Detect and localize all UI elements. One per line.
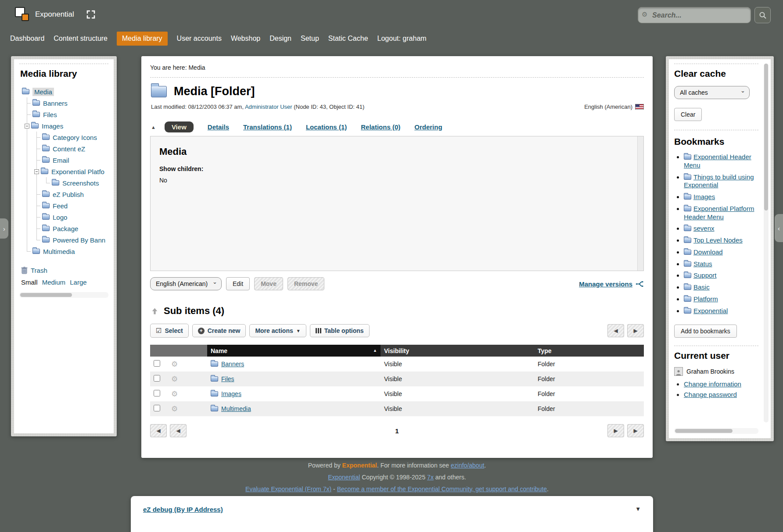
collapse-up-arrow-icon[interactable] <box>151 307 158 315</box>
tab-ordering[interactable]: Ordering <box>414 123 442 131</box>
tree-item-banners[interactable]: Banners <box>19 97 108 109</box>
bookmark-link[interactable]: Things to build using Exponential <box>684 173 754 189</box>
nav-setup[interactable]: Setup <box>301 35 319 43</box>
tab-details[interactable]: Details <box>208 123 229 131</box>
tree-item-powered-by-banner[interactable]: Powered By Bann <box>19 234 108 246</box>
tree-item-label[interactable]: Powered By Bann <box>53 236 105 244</box>
bookmark-link[interactable]: Basic <box>693 283 710 291</box>
tree-item-label[interactable]: Content eZ <box>53 145 85 153</box>
size-medium-link[interactable]: Medium <box>42 278 65 286</box>
fullscreen-icon[interactable] <box>86 9 96 20</box>
app-logo[interactable] <box>15 7 30 22</box>
tree-item-ez-publish[interactable]: eZ Publish <box>19 189 108 200</box>
row-name-link[interactable]: Banners <box>221 361 244 368</box>
tab-relations[interactable]: Relations (0) <box>361 123 400 131</box>
bookmark-link[interactable]: sevenx <box>693 225 715 232</box>
row-checkbox[interactable] <box>154 375 160 382</box>
tree-item-multimedia[interactable]: Multimedia <box>19 246 108 257</box>
select-button[interactable]: ☑ Select <box>150 324 189 338</box>
tree-item-feed[interactable]: Feed <box>19 200 108 211</box>
more-actions-button[interactable]: More actions ▼ <box>249 324 306 337</box>
manage-versions-link[interactable]: Manage versions <box>579 280 644 288</box>
modifier-user-link[interactable]: Administrator User <box>245 104 292 110</box>
change-information-link[interactable]: Change information <box>684 380 741 388</box>
row-name-link[interactable]: Multimedia <box>221 405 251 412</box>
tree-item-label[interactable]: Files <box>43 111 57 118</box>
search-button[interactable] <box>754 7 771 23</box>
debug-collapse-icon[interactable]: ▼ <box>635 506 641 512</box>
bookmark-link[interactable]: Download <box>693 248 723 256</box>
scrollbar-thumb[interactable] <box>20 293 72 297</box>
tree-item-label[interactable]: Email <box>53 157 69 164</box>
tab-view[interactable]: View <box>165 121 194 132</box>
right-panel-toggle-handle[interactable]: ‹ <box>775 214 783 242</box>
ez-debug-link[interactable]: eZ debug (By IP Address) <box>143 506 223 513</box>
column-header-name[interactable]: Name ▲ <box>207 345 381 357</box>
subitems-next-page-button[interactable]: ▶ <box>627 324 644 337</box>
row-name-link[interactable]: Images <box>221 390 241 397</box>
bookmark-link[interactable]: Support <box>693 271 717 279</box>
nav-static-cache[interactable]: Static Cache <box>328 35 368 43</box>
scrollbar-thumb[interactable] <box>675 429 733 433</box>
view-box-scrollbar[interactable] <box>637 136 643 271</box>
sort-ascending-icon[interactable]: ▲ <box>373 348 377 353</box>
tree-item-label[interactable]: Multimedia <box>43 248 75 255</box>
right-vertical-scrollbar[interactable] <box>764 64 769 422</box>
clear-cache-button[interactable]: Clear <box>674 108 702 121</box>
tree-item-email[interactable]: Email <box>19 154 108 166</box>
exponential-link[interactable]: Exponential <box>328 474 360 481</box>
nav-design[interactable]: Design <box>269 35 291 43</box>
collapse-expander-icon[interactable] <box>25 124 29 129</box>
row-gear-icon[interactable]: ⚙ <box>171 405 178 413</box>
tree-item-label[interactable]: Category Icons <box>53 134 97 141</box>
column-header-visibility[interactable]: Visibility <box>381 345 534 357</box>
add-to-bookmarks-button[interactable]: Add to bookmarks <box>674 325 737 338</box>
row-checkbox[interactable] <box>154 360 160 367</box>
change-password-link[interactable]: Change password <box>684 391 737 398</box>
nav-webshop[interactable]: Webshop <box>231 35 260 43</box>
tree-item-label[interactable]: Images <box>42 122 63 130</box>
tree-item-category-icons[interactable]: Category Icons <box>19 132 108 143</box>
tree-item-content-ez[interactable]: Content eZ <box>19 143 108 154</box>
row-gear-icon[interactable]: ⚙ <box>171 375 178 383</box>
collapse-caret-icon[interactable]: ▲ <box>151 125 156 130</box>
tree-item-label[interactable]: Banners <box>43 100 68 107</box>
nav-media-library[interactable]: Media library <box>117 32 168 46</box>
last-page-button[interactable]: ▶ <box>627 424 644 437</box>
bookmark-link[interactable]: Platform <box>693 295 718 303</box>
tree-item-label[interactable]: Feed <box>53 202 68 210</box>
tree-item-package[interactable]: Package <box>19 223 108 234</box>
bookmark-link[interactable]: Exponential Platform Header Menu <box>684 205 754 221</box>
right-horizontal-scrollbar[interactable] <box>674 428 758 434</box>
trash-link-row[interactable]: Trash <box>21 267 108 274</box>
collapse-expander-icon[interactable] <box>34 169 39 174</box>
tree-item-screenshots[interactable]: Screenshots <box>19 177 108 189</box>
tab-translations[interactable]: Translations (1) <box>243 123 292 131</box>
bookmark-link[interactable]: Exponential <box>693 307 728 314</box>
nav-logout[interactable]: Logout: graham <box>377 35 427 43</box>
next-page-button[interactable]: ▶ <box>607 424 624 437</box>
ezinfo-about-link[interactable]: ezinfo/about <box>451 462 484 469</box>
size-large-link[interactable]: Large <box>70 278 86 286</box>
edit-button[interactable]: Edit <box>226 277 250 290</box>
left-panel-toggle-handle[interactable]: › <box>0 218 8 239</box>
row-gear-icon[interactable]: ⚙ <box>171 390 178 398</box>
column-header-type[interactable]: Type <box>534 345 644 357</box>
sevenx-link[interactable]: 7x <box>427 474 434 481</box>
row-checkbox[interactable] <box>154 390 160 396</box>
language-select[interactable]: English (American) <box>150 277 222 290</box>
tree-item-label[interactable]: Package <box>53 225 78 232</box>
nav-dashboard[interactable]: Dashboard <box>10 35 44 43</box>
tree-item-label[interactable]: Logo <box>53 214 67 221</box>
bookmark-link[interactable]: Images <box>693 193 715 200</box>
tab-locations[interactable]: Locations (1) <box>306 123 347 131</box>
bookmark-link[interactable]: Top Level Nodes <box>693 236 743 244</box>
row-checkbox[interactable] <box>154 405 160 411</box>
bookmark-link[interactable]: Status <box>693 260 712 268</box>
first-page-button[interactable]: ◀ <box>150 424 167 437</box>
tree-item-media[interactable]: Media <box>19 86 108 97</box>
subitems-prev-page-button[interactable]: ◀ <box>607 324 624 337</box>
tree-item-label[interactable]: Screenshots <box>62 179 99 187</box>
evaluate-link[interactable]: Evaluate Exponential (From 7x) <box>245 486 331 493</box>
prev-page-button[interactable]: ◀ <box>170 424 187 437</box>
